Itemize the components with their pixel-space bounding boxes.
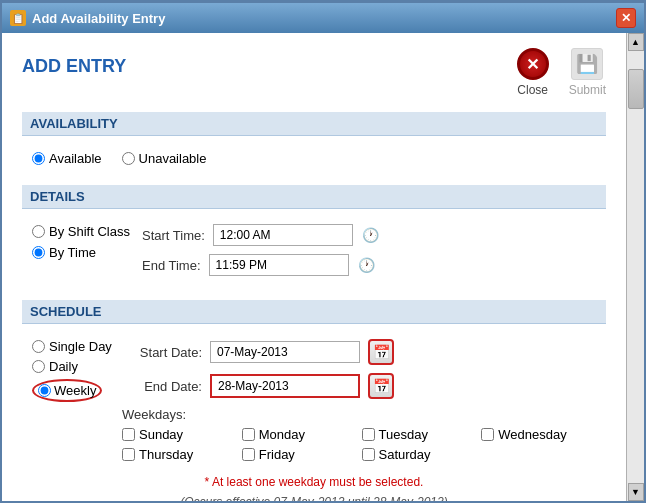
monday-checkbox[interactable] — [242, 428, 255, 441]
monday-label: Monday — [259, 427, 305, 442]
end-time-row: End Time: 🕐 — [142, 254, 381, 276]
submit-label: Submit — [569, 83, 606, 97]
start-date-input[interactable] — [210, 341, 360, 363]
schedule-content: Single Day Daily Weekly — [22, 334, 606, 467]
unavailable-radio[interactable] — [122, 152, 135, 165]
end-date-input[interactable] — [210, 374, 360, 398]
submit-button[interactable]: 💾 Submit — [569, 48, 606, 97]
scrollbar-thumb[interactable] — [628, 69, 644, 109]
availability-radio-group: Available Unavailable — [22, 146, 606, 171]
details-radio-group: By Shift Class By Time — [32, 224, 142, 276]
thursday-label: Thursday — [139, 447, 193, 462]
weekly-radio[interactable] — [38, 384, 51, 397]
toolbar: ✕ Close 💾 Submit — [517, 48, 606, 97]
thursday-option[interactable]: Thursday — [122, 447, 237, 462]
page-title: ADD ENTRY — [22, 56, 126, 77]
friday-label: Friday — [259, 447, 295, 462]
weekly-label: Weekly — [54, 383, 96, 398]
details-content: By Shift Class By Time Start Time: 🕐 — [22, 219, 606, 286]
friday-checkbox[interactable] — [242, 448, 255, 461]
by-shift-class-option[interactable]: By Shift Class — [32, 224, 142, 239]
scrollbar[interactable]: ▲ ▼ — [626, 33, 644, 501]
title-bar-left: 📋 Add Availability Entry — [10, 10, 165, 26]
error-message: * At least one weekday must be selected. — [22, 475, 606, 489]
tuesday-checkbox[interactable] — [362, 428, 375, 441]
end-date-calendar-icon[interactable]: 📅 — [368, 373, 394, 399]
end-date-label: End Date: — [122, 379, 202, 394]
single-day-option[interactable]: Single Day — [32, 339, 122, 354]
occurs-message: (Occurs effective 07-May-2013 until 28-M… — [22, 495, 606, 501]
title-bar: 📋 Add Availability Entry ✕ — [2, 3, 644, 33]
title-close-button[interactable]: ✕ — [616, 8, 636, 28]
schedule-right: Start Date: 📅 End Date: 📅 Weekdays: — [122, 339, 596, 462]
by-shift-class-radio[interactable] — [32, 225, 45, 238]
main-content: ADD ENTRY ✕ Close 💾 Submit AVAILABILITY — [2, 33, 626, 501]
daily-radio[interactable] — [32, 360, 45, 373]
close-label: Close — [517, 83, 548, 97]
schedule-header: SCHEDULE — [22, 300, 606, 324]
daily-option[interactable]: Daily — [32, 359, 122, 374]
sunday-option[interactable]: Sunday — [122, 427, 237, 442]
by-shift-class-label: By Shift Class — [49, 224, 130, 239]
sunday-label: Sunday — [139, 427, 183, 442]
saturday-checkbox[interactable] — [362, 448, 375, 461]
by-time-option[interactable]: By Time — [32, 245, 142, 260]
end-time-clock-icon[interactable]: 🕐 — [357, 255, 377, 275]
end-time-input[interactable] — [209, 254, 349, 276]
details-header: DETAILS — [22, 185, 606, 209]
daily-label: Daily — [49, 359, 78, 374]
thursday-checkbox[interactable] — [122, 448, 135, 461]
single-day-label: Single Day — [49, 339, 112, 354]
wednesday-label: Wednesday — [498, 427, 566, 442]
unavailable-label: Unavailable — [139, 151, 207, 166]
tuesday-option[interactable]: Tuesday — [362, 427, 477, 442]
weekdays-section: Weekdays: Sunday Monday — [122, 407, 596, 462]
saturday-option[interactable]: Saturday — [362, 447, 477, 462]
start-time-label: Start Time: — [142, 228, 205, 243]
save-icon: 💾 — [571, 48, 603, 80]
wednesday-checkbox[interactable] — [481, 428, 494, 441]
weekdays-label: Weekdays: — [122, 407, 596, 422]
availability-section: AVAILABILITY Available Unavailable — [22, 112, 606, 171]
scroll-up-arrow[interactable]: ▲ — [628, 33, 644, 51]
single-day-radio[interactable] — [32, 340, 45, 353]
close-button[interactable]: ✕ Close — [517, 48, 549, 97]
weekly-option[interactable]: Weekly — [32, 379, 122, 402]
close-icon: ✕ — [517, 48, 549, 80]
schedule-radio-group: Single Day Daily Weekly — [32, 339, 122, 462]
saturday-label: Saturday — [379, 447, 431, 462]
start-time-clock-icon[interactable]: 🕐 — [361, 225, 381, 245]
unavailable-option[interactable]: Unavailable — [122, 151, 207, 166]
available-label: Available — [49, 151, 102, 166]
time-fields: Start Time: 🕐 End Time: 🕐 — [142, 224, 381, 276]
available-radio[interactable] — [32, 152, 45, 165]
monday-option[interactable]: Monday — [242, 427, 357, 442]
tuesday-label: Tuesday — [379, 427, 428, 442]
friday-option[interactable]: Friday — [242, 447, 357, 462]
start-date-label: Start Date: — [122, 345, 202, 360]
by-time-radio[interactable] — [32, 246, 45, 259]
start-time-input[interactable] — [213, 224, 353, 246]
sunday-checkbox[interactable] — [122, 428, 135, 441]
header-row: ADD ENTRY ✕ Close 💾 Submit — [22, 48, 606, 97]
schedule-section: SCHEDULE Single Day Daily — [22, 300, 606, 501]
weekly-circle: Weekly — [32, 379, 102, 402]
wednesday-option[interactable]: Wednesday — [481, 427, 596, 442]
scroll-down-arrow[interactable]: ▼ — [628, 483, 644, 501]
end-time-label: End Time: — [142, 258, 201, 273]
window-title: Add Availability Entry — [32, 11, 165, 26]
content-area: ADD ENTRY ✕ Close 💾 Submit AVAILABILITY — [2, 33, 644, 501]
end-date-row: End Date: 📅 — [122, 373, 596, 399]
start-time-row: Start Time: 🕐 — [142, 224, 381, 246]
availability-header: AVAILABILITY — [22, 112, 606, 136]
by-time-label: By Time — [49, 245, 96, 260]
window-icon: 📋 — [10, 10, 26, 26]
main-window: 📋 Add Availability Entry ✕ ADD ENTRY ✕ C… — [0, 0, 646, 503]
details-section: DETAILS By Shift Class By Time — [22, 185, 606, 286]
start-date-row: Start Date: 📅 — [122, 339, 596, 365]
start-date-calendar-icon[interactable]: 📅 — [368, 339, 394, 365]
available-option[interactable]: Available — [32, 151, 102, 166]
weekdays-grid: Sunday Monday Tuesday — [122, 427, 596, 462]
